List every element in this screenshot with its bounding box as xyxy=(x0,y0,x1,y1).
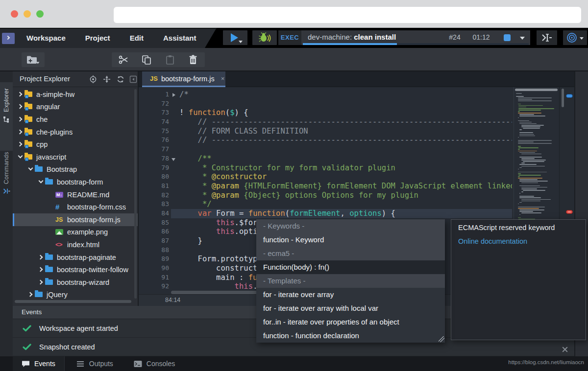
minimap-line xyxy=(521,183,539,184)
tree-item-label: index.html xyxy=(67,241,99,249)
chevron-down-icon[interactable] xyxy=(28,166,35,173)
collapse-all-icon[interactable] xyxy=(103,75,111,83)
tree-item-label: bootstrap-form.css xyxy=(67,203,126,211)
traffic-light-minimize[interactable] xyxy=(24,10,31,18)
chevron-right-icon[interactable] xyxy=(28,291,35,298)
minimap-content xyxy=(516,93,558,226)
editor-tab-bootstrap-form-js[interactable]: JS bootstrap-form.js × xyxy=(142,71,225,87)
tree-indent xyxy=(49,241,55,248)
fold-column xyxy=(169,191,179,200)
assist-proposal[interactable]: for..in - iterate over properties of an … xyxy=(256,315,445,329)
chevron-right-icon[interactable] xyxy=(18,129,24,136)
minimap-line xyxy=(519,186,539,186)
tree-item-cpp[interactable]: cpp xyxy=(13,138,138,151)
locate-icon[interactable] xyxy=(89,75,97,83)
event-message: Snapshot created xyxy=(39,343,95,351)
fold-closed-icon[interactable] xyxy=(169,90,179,99)
menu-workspace[interactable]: Workspace xyxy=(26,34,66,42)
code-token: @param xyxy=(212,182,239,190)
tab-close-icon[interactable]: × xyxy=(221,75,225,82)
tree-item-che-plugins[interactable]: che-plugins xyxy=(13,126,138,139)
chevron-right-icon[interactable] xyxy=(18,116,24,123)
online-documentation-link[interactable]: Online documentation xyxy=(458,237,579,245)
copy-button[interactable] xyxy=(137,55,156,65)
tree-item-example-png[interactable]: example.png xyxy=(13,226,138,239)
traffic-light-zoom[interactable] xyxy=(36,10,44,18)
chevron-right-icon[interactable] xyxy=(38,254,45,261)
tree-item-bootstrap-form-js[interactable]: JSbootstrap-form.js xyxy=(13,213,138,226)
line-number: 81 xyxy=(139,182,169,191)
rail-tab-commands[interactable]: Commands xyxy=(0,146,13,209)
explorer-tree-icon xyxy=(3,116,10,123)
tree-item-readme-md[interactable]: M↓README.md xyxy=(13,188,138,201)
assist-proposal[interactable]: Function(body) : fn() xyxy=(256,260,445,274)
event-close-icon[interactable] xyxy=(562,346,568,353)
info-marker[interactable] xyxy=(566,94,573,98)
tree-item-bootstrap-form-css[interactable]: #bootstrap-form.css xyxy=(13,201,138,213)
explorer-vertical-scrollbar[interactable] xyxy=(134,89,137,299)
fold-column xyxy=(169,172,179,182)
chevron-down-icon[interactable] xyxy=(18,154,24,161)
run-button[interactable] xyxy=(223,30,247,45)
assist-proposal[interactable]: function - Keyword xyxy=(256,233,445,247)
tree-item-jquery[interactable]: jQuery xyxy=(13,289,138,301)
assist-proposal[interactable]: for - iterate over array xyxy=(256,288,445,301)
tree-item-a-simple-hw[interactable]: a-simple-hw xyxy=(13,88,138,101)
command-caret-icon[interactable] xyxy=(520,37,525,40)
error-marker[interactable] xyxy=(566,210,573,214)
debug-button[interactable] xyxy=(252,30,277,45)
menu-edit[interactable]: Edit xyxy=(130,34,144,42)
explorer-horizontal-scrollbar[interactable] xyxy=(15,300,131,303)
target-button[interactable] xyxy=(563,30,587,45)
minimize-panel-icon[interactable] xyxy=(129,75,137,83)
bottom-tab-consoles[interactable]: Consoles xyxy=(125,356,184,371)
chevron-right-icon[interactable] xyxy=(18,141,24,148)
menu-collapse-button[interactable] xyxy=(2,33,15,44)
chevron-right-icon[interactable] xyxy=(18,103,24,110)
minimap-line xyxy=(523,190,545,191)
tree-item-index-html[interactable]: <>index.html xyxy=(13,238,138,251)
tree-item-bootstrap-wizard[interactable]: bootstrap-wizard xyxy=(13,276,138,289)
bottom-tab-events[interactable]: Events xyxy=(13,356,65,371)
tree-item-angular[interactable]: angular xyxy=(13,101,138,114)
traffic-light-close[interactable] xyxy=(11,10,18,18)
address-bar[interactable] xyxy=(114,7,581,23)
stop-button[interactable] xyxy=(504,34,511,41)
tree-item-bootstrap-form[interactable]: bootstrap-form xyxy=(13,176,138,188)
assist-proposal[interactable]: for - iterate over array with local var xyxy=(256,301,445,315)
new-folder-button[interactable] xyxy=(22,52,45,67)
refresh-icon[interactable] xyxy=(117,75,124,83)
code-text: * @constructor xyxy=(179,172,267,182)
fold-open-icon[interactable] xyxy=(169,154,179,163)
chevron-right-icon[interactable] xyxy=(38,266,45,273)
tree-item-bootstrap-twitter-follow[interactable]: bootstrap-twitter-follow xyxy=(13,263,138,276)
tree-item-label: bootstrap-wizard xyxy=(57,278,109,286)
assist-proposal[interactable]: function - function declaration xyxy=(256,329,445,343)
tree-item-bootstrap[interactable]: Bootstrap xyxy=(13,163,138,176)
chevron-down-icon[interactable] xyxy=(38,179,45,186)
chevron-right-icon[interactable] xyxy=(18,91,24,98)
rail-tab-explorer[interactable]: Explorer xyxy=(0,82,13,151)
assist-resize-grip[interactable] xyxy=(439,336,444,342)
fold-column xyxy=(169,236,179,246)
tree-item-javascript[interactable]: javascript xyxy=(13,151,138,163)
tree-item-che[interactable]: che xyxy=(13,113,138,126)
paste-button[interactable] xyxy=(161,55,179,65)
menu-assistant[interactable]: Assistant xyxy=(163,34,196,42)
minimap-line xyxy=(523,161,544,162)
bottom-tab-outputs[interactable]: Outputs xyxy=(68,356,122,371)
project-explorer-panel: Project Explorer a-simple-hwangularchech… xyxy=(13,71,139,306)
terminal-button[interactable] xyxy=(537,30,557,45)
delete-button[interactable] xyxy=(184,55,202,65)
cut-button[interactable] xyxy=(114,55,133,65)
minimap-slider[interactable] xyxy=(515,89,558,91)
menu-project[interactable]: Project xyxy=(85,34,110,42)
fold-column xyxy=(169,246,179,255)
minimap-line xyxy=(521,201,540,202)
chevron-right-icon[interactable] xyxy=(38,279,45,286)
overview-ruler-thumb[interactable] xyxy=(562,89,564,107)
png-icon xyxy=(55,228,65,236)
minimap-line xyxy=(519,157,542,158)
tree-item-bootstrap-paginate[interactable]: bootstrap-paginate xyxy=(13,251,138,264)
command-widget[interactable]: dev-machine: clean install #24 01:12 xyxy=(301,30,530,45)
